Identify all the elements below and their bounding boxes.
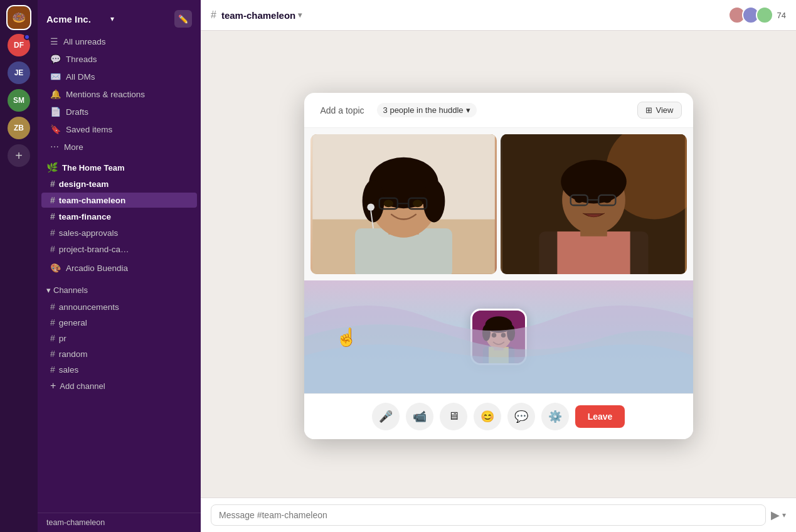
channels-section: ▾ Channels # announcements # general # p…	[38, 282, 201, 395]
participant-video-2	[501, 134, 687, 274]
app-icon[interactable]: 🍩	[8, 6, 30, 29]
video-tile-man	[501, 134, 687, 274]
workspace-avatar-sm[interactable]: SM	[8, 89, 30, 112]
home-team-emoji: 🌿	[46, 162, 58, 173]
nav-label-more: More	[64, 142, 83, 152]
channel-name: pr	[59, 334, 66, 343]
mentions-icon: 🔔	[50, 89, 61, 99]
send-button[interactable]: ▶ ▾	[771, 508, 786, 522]
screen-share-button[interactable]: 🖥	[440, 403, 467, 430]
compose-button[interactable]: ✏️	[174, 10, 192, 28]
participants-chevron: ▾	[466, 105, 470, 115]
chat-button[interactable]: 💬	[507, 403, 535, 430]
settings-icon: ⚙️	[548, 410, 562, 423]
channel-name: general	[59, 318, 87, 327]
nav-item-more[interactable]: ⋯ More	[41, 139, 197, 155]
nav-item-all-dms[interactable]: ✉️ All DMs	[41, 68, 197, 85]
drafts-icon: 📄	[50, 107, 61, 117]
mic-button[interactable]: 🎤	[372, 403, 400, 430]
participant-video-1	[310, 134, 497, 274]
emoji-icon: 😊	[480, 410, 494, 423]
hash-icon: #	[50, 195, 55, 205]
sidebar-header: Acme Inc. ▾ ✏️	[38, 0, 201, 33]
dm-arcadio[interactable]: 🎨 Arcadio Buendia	[41, 260, 197, 276]
hash-icon: #	[50, 349, 55, 359]
message-input[interactable]	[211, 504, 766, 526]
nav-item-all-unreads[interactable]: ☰ All unreads	[41, 33, 197, 50]
sidebar: Acme Inc. ▾ ✏️ ☰ All unreads 💬 Threads ✉…	[38, 0, 201, 532]
nav-label-mentions: Mentions & reactions	[66, 90, 145, 99]
home-team-name: The Home Team	[62, 163, 124, 173]
svg-point-11	[383, 200, 393, 208]
nav-label-saved: Saved items	[66, 125, 112, 134]
workspace-avatar-df[interactable]: DF	[8, 34, 30, 56]
view-grid-icon: ⊞	[645, 105, 652, 115]
add-channel-label: Add channel	[60, 381, 105, 391]
emoji-reaction-button[interactable]: 😊	[474, 403, 501, 430]
huddle-modal: Add a topic 3 people in the huddle ▾ ⊞ V…	[304, 93, 693, 439]
dm-name: Arcadio Buendia	[66, 263, 128, 273]
nav-label-all-unreads: All unreads	[63, 37, 106, 46]
chevron-down-icon: ▾	[46, 285, 51, 295]
nav-item-saved[interactable]: 🔖 Saved items	[41, 121, 197, 137]
message-input-row: ▶ ▾	[201, 497, 796, 532]
nav-label-drafts: Drafts	[66, 107, 88, 117]
channel-team-chameleon[interactable]: # team-chameleon	[41, 193, 197, 208]
all-dms-icon: ✉️	[50, 72, 61, 82]
channel-participants: 74	[732, 6, 786, 24]
icon-rail: 🍩 DF JE SM ZB +	[0, 0, 38, 532]
add-workspace-button[interactable]: +	[8, 144, 30, 167]
svg-rect-19	[557, 231, 630, 274]
huddle-participants-button[interactable]: 3 people in the huddle ▾	[377, 103, 477, 117]
workspace-avatar-zb[interactable]: ZB	[8, 117, 30, 139]
hash-icon: #	[50, 302, 55, 312]
channel-pr[interactable]: # pr	[41, 331, 197, 346]
channel-team-finance[interactable]: # team-finance	[41, 209, 197, 224]
main-area: # team-chameleon ▾ 74 ▶ ▾ Add a topic 3	[201, 0, 796, 532]
workspace-avatar-je[interactable]: JE	[8, 61, 30, 84]
channel-name: team-finance	[59, 212, 111, 221]
view-label: View	[656, 105, 674, 115]
nav-label-threads: Threads	[66, 55, 97, 64]
channel-general[interactable]: # general	[41, 315, 197, 330]
view-button[interactable]: ⊞ View	[637, 102, 682, 119]
dm-emoji: 🎨	[50, 263, 61, 273]
hash-icon: #	[50, 211, 55, 221]
participant-count: 74	[777, 11, 786, 20]
huddle-header: Add a topic 3 people in the huddle ▾ ⊞ V…	[304, 93, 693, 128]
channel-random[interactable]: # random	[41, 346, 197, 361]
participant-avatar-3	[756, 6, 773, 24]
workspace-name: Acme Inc.	[46, 14, 105, 24]
nav-item-mentions[interactable]: 🔔 Mentions & reactions	[41, 86, 197, 102]
channel-name: sales	[59, 365, 79, 375]
leave-button[interactable]: Leave	[575, 405, 625, 428]
channel-sales[interactable]: # sales	[41, 362, 197, 377]
hash-icon: #	[50, 228, 55, 238]
video-icon: 📹	[413, 410, 427, 423]
hash-icon: #	[50, 179, 55, 189]
cursor-hand-icon: ☝️	[336, 326, 358, 347]
plus-icon: +	[50, 380, 56, 391]
nav-item-drafts[interactable]: 📄 Drafts	[41, 104, 197, 120]
workspace-chevron: ▾	[110, 14, 169, 23]
add-topic-button[interactable]: Add a topic	[316, 103, 369, 118]
video-button[interactable]: 📹	[406, 403, 433, 430]
channel-hash: #	[211, 9, 216, 21]
huddle-controls: 🎤 📹 🖥 😊 💬 ⚙️ Leave	[304, 393, 693, 439]
settings-button[interactable]: ⚙️	[541, 403, 569, 430]
mic-icon: 🎤	[379, 410, 393, 423]
channel-project-brand[interactable]: # project-brand-ca…	[41, 242, 197, 257]
channel-name: team-chameleon	[59, 196, 126, 205]
channel-announcements[interactable]: # announcements	[41, 299, 197, 314]
svg-point-27	[603, 197, 612, 203]
channels-toggle[interactable]: ▾ Channels	[38, 282, 201, 299]
threads-icon: 💬	[50, 54, 61, 64]
channel-name: sales-approvals	[59, 228, 119, 238]
channel-name: design-team	[59, 179, 109, 189]
hash-icon: #	[50, 364, 55, 375]
add-channel-button[interactable]: + Add channel	[41, 378, 197, 394]
nav-item-threads[interactable]: 💬 Threads	[41, 51, 197, 67]
channel-design-team[interactable]: # design-team	[41, 176, 197, 191]
video-tile-woman	[310, 134, 497, 274]
channel-sales-approvals[interactable]: # sales-approvals	[41, 225, 197, 240]
